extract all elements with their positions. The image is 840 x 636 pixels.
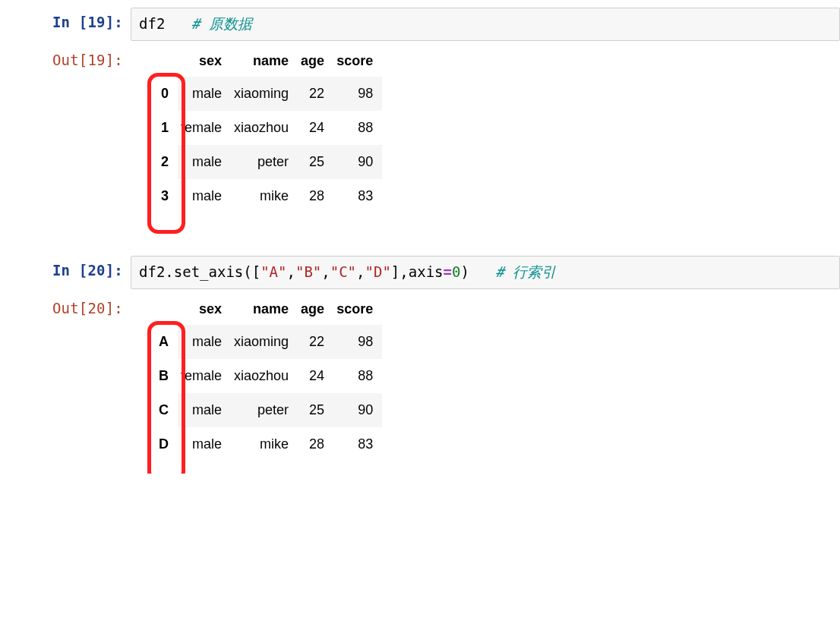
code-token: , [287,263,295,280]
table-cell: mike [231,427,298,461]
code-token: df2 [139,15,165,32]
in-prompt-20: In [20]: [0,256,131,279]
table-cell: 90 [333,393,382,427]
table-cell: 22 [298,325,333,359]
code-token: , [399,263,408,280]
table-cell: mike [231,179,298,213]
table-cell: 28 [298,179,333,213]
table-row: 1 female xiaozhou 24 88 [152,111,382,145]
row-index: B [152,359,178,393]
table-row: 2 male peter 25 90 [152,145,382,179]
col-header: age [298,46,333,77]
table-cell: 22 [298,77,333,111]
output-content-19: sex name age score 0 male xiaoming 22 98… [131,46,382,213]
table-cell: 24 [298,111,333,145]
table-cell: 25 [298,393,333,427]
code-token: 0 [452,263,460,280]
table-row: 3 male mike 28 83 [152,179,382,213]
output-cell-19: Out[19]: sex name age score 0 male xiaom… [0,46,840,213]
table-cell: female [178,111,231,145]
col-header: name [231,46,298,77]
table-cell: 90 [333,145,382,179]
table-cell: 24 [298,359,333,393]
table-row: A male xiaoming 22 98 [152,325,382,359]
table-cell: male [178,393,231,427]
index-header-blank [152,46,178,77]
table-cell: 83 [333,427,382,461]
table-cell: 98 [333,77,382,111]
code-token: df2 [139,263,165,280]
code-token: ] [391,263,399,280]
table-cell: xiaozhou [231,111,298,145]
code-token: "D" [365,263,391,280]
col-header: name [231,294,298,325]
output-content-20: sex name age score A male xiaoming 22 98… [131,294,382,461]
table-cell: female [178,359,231,393]
code-input-20[interactable]: df2.set_axis(["A","B","C","D"],axis=0) #… [131,256,840,289]
table-row: D male mike 28 83 [152,427,382,461]
table-row: 0 male xiaoming 22 98 [152,77,382,111]
col-header: age [298,294,333,325]
row-index: 2 [152,145,178,179]
table-cell: peter [231,393,298,427]
code-token: , [321,263,330,280]
table-cell: 28 [298,427,333,461]
col-header: sex [178,294,231,325]
out-prompt-19: Out[19]: [0,46,131,68]
code-token: [ [252,263,261,280]
col-header: score [333,294,382,325]
cell-spacer [0,218,840,256]
row-index: D [152,427,178,461]
table-cell: male [178,179,231,213]
code-comment: # 行索引 [495,263,556,280]
in-prompt-19: In [19]: [0,8,131,30]
index-header-blank [152,294,178,325]
table-row: B female xiaozhou 24 88 [152,359,382,393]
table-cell: xiaoming [231,77,298,111]
dataframe-table-19: sex name age score 0 male xiaoming 22 98… [152,46,382,213]
code-token: ) [460,263,469,280]
col-header: score [333,46,382,77]
code-token: "C" [330,263,356,280]
table-header-row: sex name age score [152,46,382,77]
table-row: C male peter 25 90 [152,393,382,427]
row-index: C [152,393,178,427]
table-cell: 88 [333,111,382,145]
table-cell: 83 [333,179,382,213]
table-cell: male [178,325,231,359]
dataframe-table-20: sex name age score A male xiaoming 22 98… [152,294,382,461]
table-cell: 98 [333,325,382,359]
code-token: .set_axis( [165,263,251,280]
table-cell: male [178,427,231,461]
row-index: 0 [152,77,178,111]
out-prompt-20: Out[20]: [0,294,131,316]
row-index: A [152,325,178,359]
table-header-row: sex name age score [152,294,382,325]
table-cell: male [178,145,231,179]
col-header: sex [178,46,231,77]
output-cell-20: Out[20]: sex name age score A male xiaom… [0,294,840,461]
code-token: axis [409,263,444,280]
row-index: 1 [152,111,178,145]
table-cell: male [178,77,231,111]
code-token: , [356,263,365,280]
code-token: = [444,263,452,280]
code-input-19[interactable]: df2 # 原数据 [131,8,840,41]
table-cell: xiaozhou [231,359,298,393]
input-cell-20: In [20]: df2.set_axis(["A","B","C","D"],… [0,256,840,289]
row-index: 3 [152,179,178,213]
code-token: "B" [295,263,321,280]
input-cell-19: In [19]: df2 # 原数据 [0,8,840,41]
table-cell: 88 [333,359,382,393]
code-comment: # 原数据 [191,15,252,32]
table-cell: peter [231,145,298,179]
code-token: "A" [261,263,286,280]
table-cell: 25 [298,145,333,179]
table-cell: xiaoming [231,325,298,359]
